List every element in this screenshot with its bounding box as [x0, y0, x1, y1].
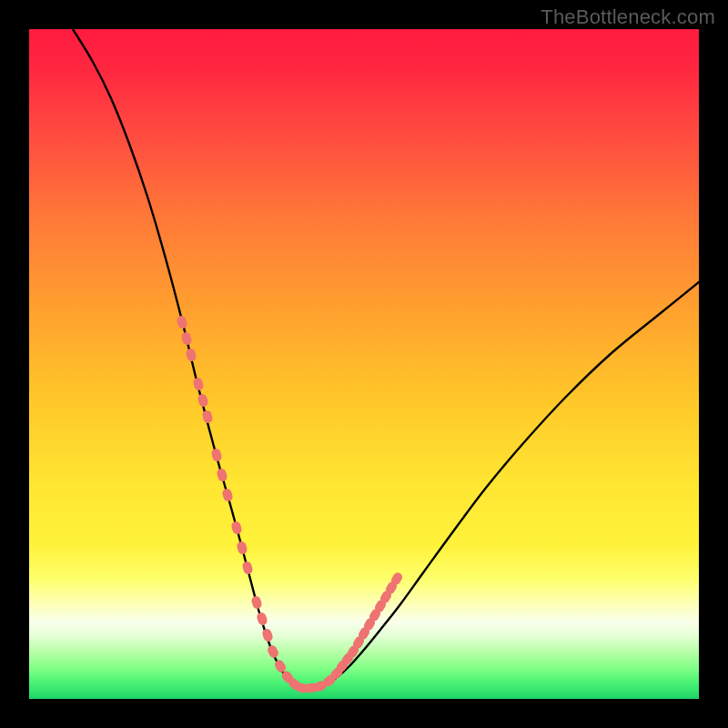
watermark-text: TheBottleneck.com	[541, 5, 715, 29]
plot-area	[29, 29, 699, 699]
svg-rect-5	[197, 393, 208, 408]
svg-rect-15	[261, 628, 274, 642]
svg-rect-11	[236, 541, 248, 555]
svg-rect-12	[241, 561, 253, 575]
chart-frame: TheBottleneck.com	[0, 0, 728, 728]
svg-rect-9	[221, 488, 233, 502]
svg-rect-13	[250, 595, 262, 610]
svg-rect-16	[266, 644, 279, 660]
svg-rect-10	[230, 521, 242, 535]
svg-rect-14	[256, 612, 268, 626]
svg-rect-8	[216, 468, 228, 482]
svg-rect-6	[201, 410, 213, 424]
svg-rect-2	[180, 331, 192, 346]
svg-rect-1	[176, 315, 187, 329]
svg-rect-7	[210, 448, 222, 462]
curve-layer	[29, 29, 699, 699]
dot-markers	[176, 315, 404, 693]
svg-rect-4	[192, 377, 204, 391]
svg-rect-3	[185, 348, 197, 362]
